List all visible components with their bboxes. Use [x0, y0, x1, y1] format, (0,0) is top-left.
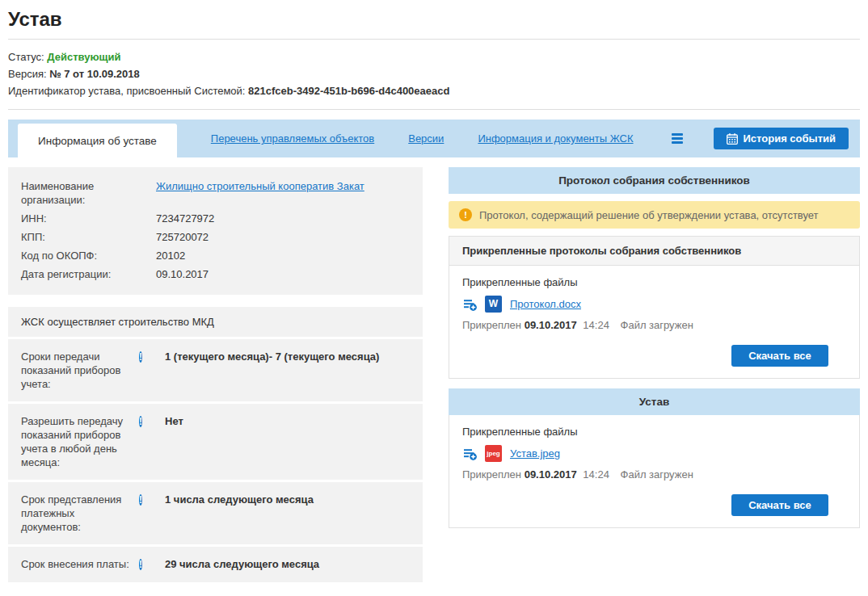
- payment-docs-term-label: Срок представления платежных документов:: [21, 493, 139, 534]
- version-line: Версия: № 7 от 10.09.2018: [8, 65, 860, 82]
- tab-versions-link[interactable]: Версии: [408, 132, 444, 145]
- warning-icon: !: [459, 208, 472, 221]
- protocol-missing-warning-text: Протокол, содержащий решение об утвержде…: [479, 209, 819, 221]
- status-label: Статус:: [8, 51, 44, 63]
- attached-protocols-box-body: Прикрепленные файлы W Пр: [449, 266, 859, 378]
- history-button[interactable]: История событий: [714, 128, 849, 149]
- org-row-kpp: КПП: 725720072: [21, 228, 410, 246]
- identifier-label: Идентификатор устава, присвоенный Систем…: [8, 85, 245, 97]
- org-row-okopf: Код по ОКОПФ: 20102: [21, 246, 410, 265]
- protocol-section-header: Протокол собрания собственников: [449, 167, 860, 194]
- meter-readings-period-label: Сроки передачи показаний приборов учета:: [21, 350, 139, 391]
- tab-charter-info[interactable]: Информация об уставе: [18, 124, 177, 157]
- payment-term-label: Срок внесения платы:: [21, 557, 139, 572]
- regdate-value: 09.10.2017: [156, 267, 410, 281]
- page-title: Устав: [8, 8, 860, 31]
- section-gap: [449, 379, 860, 388]
- protocol-file-meta: Прикреплен 09.10.2017 14:24 Файл загруже…: [462, 318, 846, 333]
- identifier-line: Идентификатор устава, присвоенный Систем…: [8, 82, 860, 99]
- charter-download-row: Скачать все: [462, 494, 846, 516]
- meter-readings-period-row: Сроки передачи показаний приборов учета:…: [8, 337, 423, 401]
- payment-docs-term-value: 1 числа следующего месяца: [165, 493, 410, 534]
- signature-icon[interactable]: [464, 447, 477, 460]
- org-row-inn: ИНН: 7234727972: [21, 209, 410, 228]
- attached-label: Прикреплен: [462, 468, 521, 481]
- attached-files-label: Прикрепленные файлы: [462, 276, 846, 288]
- tab-zhsk-docs-link[interactable]: Информация и документы ЖСК: [478, 132, 633, 145]
- protocol-download-row: Скачать все: [462, 345, 846, 367]
- documents-column: Протокол собрания собственников ! Проток…: [449, 167, 860, 528]
- org-name-label: Наименование организации:: [21, 179, 156, 207]
- org-row-name: Наименование организации: Жилищно строит…: [21, 177, 410, 209]
- organization-panel: Наименование организации: Жилищно строит…: [8, 167, 423, 295]
- history-button-label: История событий: [744, 132, 836, 145]
- info-icon[interactable]: !: [139, 416, 142, 427]
- tab-zhsk-docs: Информация и документы ЖСК: [478, 120, 633, 157]
- identifier-value: 821cfceb-3492-451b-b696-d4c400eaeacd: [248, 85, 449, 97]
- kpp-value: 725720072: [156, 230, 410, 244]
- anyday-readings-label: Разрешить передачу показаний приборов уч…: [21, 414, 139, 469]
- info-icon[interactable]: !: [139, 559, 142, 570]
- attached-files-label: Прикрепленные файлы: [462, 426, 846, 438]
- version-label: Версия:: [8, 68, 47, 80]
- charter-details-panel: ЖСК осуществляет строительство МКД Сроки…: [8, 307, 423, 582]
- signature-icon[interactable]: [464, 298, 477, 311]
- status-badge: Действующий: [47, 51, 120, 63]
- charter-page: Устав Статус: Действующий Версия: № 7 от…: [0, 8, 868, 596]
- docx-file-icon[interactable]: W: [485, 296, 502, 313]
- calendar-icon: [727, 133, 738, 145]
- charter-info-column: Наименование организации: Жилищно строит…: [8, 167, 423, 582]
- inn-label: ИНН:: [21, 212, 156, 225]
- tab-managed-objects-link[interactable]: Перечень управляемых объектов: [211, 132, 374, 145]
- payment-term-value: 29 числа следующего месяца: [165, 557, 410, 572]
- kpp-label: КПП:: [21, 230, 156, 244]
- attached-label: Прикреплен: [462, 319, 521, 331]
- tab-managed-objects: Перечень управляемых объектов: [211, 120, 374, 157]
- org-row-regdate: Дата регистрации: 09.10.2017: [21, 265, 410, 283]
- org-name-link[interactable]: Жилищно строительный кооператив Закат: [156, 180, 364, 192]
- tab-bar: Информация об уставе Перечень управляемы…: [8, 120, 860, 157]
- attached-protocols-box-header: Прикрепленные протоколы собрания собстве…: [449, 237, 859, 266]
- tab-menu-icon[interactable]: [669, 131, 685, 146]
- charter-file-meta: Прикреплен 09.10.2017 14:24 Файл загруже…: [462, 468, 846, 482]
- protocol-missing-warning: ! Протокол, содержащий решение об утверж…: [449, 201, 860, 229]
- version-value: № 7 от 10.09.2018: [49, 68, 140, 80]
- file-status: Файл загружен: [621, 468, 693, 481]
- download-all-protocols-button[interactable]: Скачать все: [731, 345, 828, 367]
- info-icon[interactable]: !: [139, 351, 142, 363]
- regdate-label: Дата регистрации:: [21, 267, 156, 281]
- meta-divider: [8, 109, 860, 110]
- protocol-file-link[interactable]: Протокол.docx: [510, 298, 581, 310]
- tab-versions: Версии: [408, 120, 444, 157]
- anyday-readings-value: Нет: [165, 414, 410, 469]
- charter-meta: Статус: Действующий Версия: № 7 от 10.09…: [8, 40, 860, 109]
- attached-time: 14:24: [583, 468, 609, 481]
- payment-docs-term-row: Срок представления платежных документов:…: [8, 480, 423, 544]
- attached-date: 09.10.2017: [525, 468, 577, 481]
- protocol-file-row: W Протокол.docx: [464, 296, 846, 313]
- okopf-label: Код по ОКОПФ:: [21, 249, 156, 262]
- info-icon[interactable]: !: [139, 494, 142, 506]
- jpeg-file-icon[interactable]: jpeg: [485, 445, 502, 462]
- download-all-charter-button[interactable]: Скачать все: [731, 494, 828, 516]
- zhsk-construction-note: ЖСК осуществляет строительство МКД: [8, 307, 423, 337]
- attached-date: 09.10.2017: [525, 319, 577, 331]
- charter-file-link[interactable]: Устав.jpeg: [510, 447, 560, 460]
- charter-section-header: Устав: [449, 388, 860, 415]
- charter-files-box: Прикрепленные файлы jpeg: [449, 415, 860, 528]
- charter-file-row: jpeg Устав.jpeg: [464, 445, 846, 462]
- attached-time: 14:24: [583, 319, 609, 331]
- status-line: Статус: Действующий: [8, 48, 860, 65]
- attached-protocols-box: Прикрепленные протоколы собрания собстве…: [449, 236, 860, 379]
- main-content: Наименование организации: Жилищно строит…: [8, 167, 860, 582]
- meter-readings-period-value: 1 (текущего месяца)- 7 (текущего месяца): [165, 350, 410, 391]
- payment-term-row: Срок внесения платы: ! 29 числа следующе…: [8, 544, 423, 582]
- okopf-value: 20102: [156, 249, 410, 262]
- file-status: Файл загружен: [621, 319, 693, 331]
- inn-value: 7234727972: [156, 212, 410, 225]
- charter-files-box-body: Прикрепленные файлы jpeg: [449, 415, 859, 527]
- anyday-readings-row: Разрешить передачу показаний приборов уч…: [8, 401, 423, 480]
